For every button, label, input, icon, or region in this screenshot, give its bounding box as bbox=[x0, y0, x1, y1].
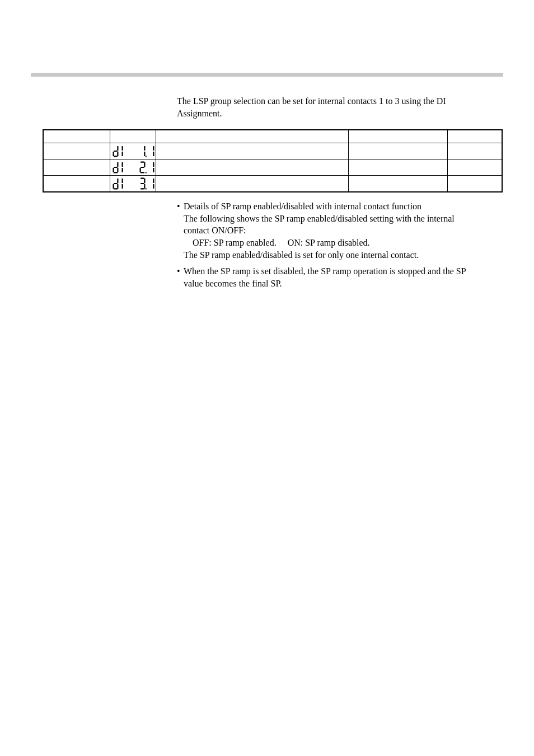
svg-rect-12 bbox=[117, 162, 118, 167]
bullet-item: •When the SP ramp is set disabled, the S… bbox=[177, 265, 497, 289]
table-cell bbox=[447, 159, 502, 176]
seven-segment-glyph bbox=[111, 177, 120, 190]
seven-segment-glyph bbox=[138, 177, 147, 190]
seven-segment-glyph bbox=[147, 177, 156, 190]
display-cell bbox=[110, 159, 156, 176]
seven-segment-display bbox=[110, 159, 156, 175]
bullet-text: When the SP ramp is set disabled, the SP… bbox=[184, 265, 497, 278]
svg-rect-40 bbox=[153, 179, 154, 183]
seven-segment-glyph bbox=[120, 161, 129, 174]
table-cell bbox=[348, 159, 447, 176]
table-header-cell bbox=[348, 130, 447, 143]
svg-rect-13 bbox=[117, 168, 118, 172]
seven-segment-glyph bbox=[129, 161, 138, 174]
table-row bbox=[44, 143, 502, 159]
svg-rect-6 bbox=[122, 146, 123, 151]
svg-rect-31 bbox=[114, 183, 118, 184]
svg-rect-14 bbox=[114, 172, 118, 173]
intro-paragraph: The LSP group selection can be set for i… bbox=[87, 95, 497, 119]
seven-segment-glyph bbox=[129, 177, 138, 190]
seven-segment-display bbox=[110, 176, 156, 191]
table-cell bbox=[348, 143, 447, 159]
svg-rect-27 bbox=[117, 179, 118, 183]
display-cell bbox=[110, 176, 156, 192]
bullet-tail: The SP ramp enabled/disabled is set for … bbox=[177, 249, 497, 261]
seven-segment-glyph bbox=[147, 144, 156, 158]
svg-rect-26 bbox=[153, 168, 154, 172]
svg-rect-28 bbox=[117, 184, 118, 189]
svg-rect-10 bbox=[153, 146, 154, 151]
svg-rect-34 bbox=[140, 178, 144, 179]
svg-rect-1 bbox=[117, 152, 118, 156]
svg-rect-22 bbox=[140, 168, 141, 172]
table-cell bbox=[44, 159, 110, 176]
bullet-subline: OFF: SP ramp enabled. ON: SP ramp disabl… bbox=[177, 237, 497, 249]
bullet-marker: • bbox=[177, 200, 184, 213]
table-cell bbox=[447, 143, 502, 159]
seven-segment-glyph bbox=[138, 161, 147, 174]
svg-rect-8 bbox=[144, 152, 145, 156]
svg-rect-41 bbox=[153, 184, 154, 189]
bullet-continuation: value becomes the final SP. bbox=[177, 278, 497, 290]
svg-rect-19 bbox=[140, 162, 144, 163]
bullet-head: •When the SP ramp is set disabled, the S… bbox=[177, 265, 497, 278]
svg-rect-38 bbox=[140, 183, 144, 184]
svg-rect-39 bbox=[146, 189, 147, 190]
svg-rect-9 bbox=[146, 156, 147, 157]
table-cell bbox=[44, 176, 110, 192]
intro-line-2: Assignment. bbox=[177, 109, 222, 118]
svg-rect-35 bbox=[144, 179, 145, 183]
table-header-cell bbox=[156, 130, 349, 143]
table-row bbox=[44, 176, 502, 192]
table-header-cell bbox=[44, 130, 110, 143]
bullet-continuation: The following shows the SP ramp enabled/… bbox=[177, 213, 497, 225]
svg-rect-25 bbox=[153, 162, 154, 167]
table-header-cell bbox=[110, 130, 156, 143]
svg-rect-21 bbox=[140, 172, 144, 173]
bullet-head: •Details of SP ramp enabled/disabled wit… bbox=[177, 200, 497, 213]
bullet-marker: • bbox=[177, 265, 184, 278]
svg-rect-4 bbox=[114, 151, 118, 152]
parameter-table bbox=[43, 129, 503, 192]
svg-rect-33 bbox=[122, 179, 123, 183]
svg-rect-15 bbox=[113, 168, 114, 172]
display-cell bbox=[110, 143, 156, 159]
svg-rect-29 bbox=[114, 188, 118, 189]
svg-rect-17 bbox=[122, 168, 123, 172]
svg-rect-18 bbox=[122, 162, 123, 167]
svg-rect-2 bbox=[114, 156, 118, 157]
table-header-row bbox=[44, 130, 502, 143]
intro-line-1: The LSP group selection can be set for i… bbox=[177, 96, 446, 106]
seven-segment-glyph bbox=[120, 177, 129, 190]
bullet-item: •Details of SP ramp enabled/disabled wit… bbox=[177, 200, 497, 261]
svg-rect-36 bbox=[144, 184, 145, 189]
seven-segment-glyph bbox=[138, 144, 147, 158]
seven-segment-glyph bbox=[147, 161, 156, 174]
svg-rect-37 bbox=[140, 188, 144, 189]
bullet-text: Details of SP ramp enabled/disabled with… bbox=[184, 200, 497, 213]
svg-rect-24 bbox=[146, 172, 147, 173]
table-cell bbox=[348, 176, 447, 192]
seven-segment-glyph bbox=[129, 144, 138, 158]
svg-rect-7 bbox=[144, 146, 145, 151]
svg-rect-0 bbox=[117, 146, 118, 151]
seven-segment-display bbox=[110, 143, 156, 159]
svg-rect-3 bbox=[113, 152, 114, 156]
bullet-continuation: contact ON/OFF: bbox=[177, 224, 497, 237]
table-cell bbox=[156, 143, 349, 159]
svg-rect-30 bbox=[113, 184, 114, 189]
svg-rect-20 bbox=[144, 162, 145, 167]
table-cell bbox=[44, 143, 110, 159]
table-cell bbox=[156, 176, 349, 192]
svg-rect-23 bbox=[140, 167, 144, 168]
table-row bbox=[44, 159, 502, 176]
svg-rect-5 bbox=[122, 152, 123, 156]
header-rule bbox=[31, 73, 503, 77]
seven-segment-glyph bbox=[111, 144, 120, 158]
table-cell bbox=[447, 176, 502, 192]
svg-rect-11 bbox=[153, 152, 154, 156]
seven-segment-glyph bbox=[120, 144, 129, 158]
svg-rect-32 bbox=[122, 184, 123, 189]
table-cell bbox=[156, 159, 349, 176]
svg-rect-16 bbox=[114, 167, 118, 168]
